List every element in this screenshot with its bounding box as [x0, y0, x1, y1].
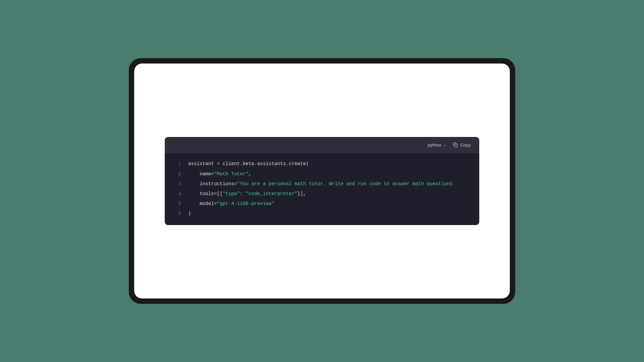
code-line: 3 instructions="You are a personal math …: [165, 179, 479, 189]
token-default: :: [240, 191, 246, 197]
device-screen: python ⌄ Copy 1assistant = client.beta.a…: [134, 64, 510, 298]
line-number: 4: [172, 190, 181, 198]
code-line: 6): [165, 209, 479, 219]
code-text: name="Math Tutor",: [188, 170, 251, 178]
copy-label: Copy: [460, 142, 471, 147]
token-default: instructions=: [188, 181, 237, 187]
code-line: 5 model="gpt-4-1106-preview": [165, 199, 479, 209]
copy-icon: [453, 143, 458, 147]
token-default: ): [188, 211, 191, 216]
code-block-header: python ⌄ Copy: [165, 137, 479, 153]
token-default: assistant = client.beta.assistants.creat…: [188, 161, 309, 167]
code-block-wrapper: python ⌄ Copy 1assistant = client.beta.a…: [165, 137, 479, 225]
token-default: ,: [249, 171, 252, 177]
language-label: python: [428, 142, 441, 147]
device-frame: python ⌄ Copy 1assistant = client.beta.a…: [129, 58, 515, 304]
token-string: "type": [223, 191, 240, 197]
token-default: }],: [297, 191, 306, 197]
code-line: 1assistant = client.beta.assistants.crea…: [165, 159, 479, 169]
code-line: 4 tools=[{"type": "code_interpreter"}],: [165, 189, 479, 199]
token-default: model=: [188, 201, 217, 206]
token-default: name=: [188, 171, 214, 177]
token-string: "You are a personal math tutor. Write an…: [237, 181, 453, 187]
line-number: 2: [172, 171, 181, 178]
language-selector[interactable]: python ⌄: [428, 142, 446, 147]
line-number: 5: [172, 200, 181, 208]
token-string: "gpt-4-1106-preview": [217, 201, 274, 206]
token-default: tools=[{: [188, 191, 223, 197]
svg-rect-0: [455, 144, 457, 147]
line-number: 1: [172, 160, 181, 168]
copy-button[interactable]: Copy: [451, 141, 473, 149]
token-string: "code_interpreter": [246, 191, 297, 197]
code-text: assistant = client.beta.assistants.creat…: [188, 160, 309, 168]
token-string: "Math Tutor": [214, 171, 248, 177]
code-text: model="gpt-4-1106-preview": [188, 200, 274, 208]
code-line: 2 name="Math Tutor",: [165, 169, 479, 179]
line-number: 3: [172, 180, 181, 188]
line-number: 6: [172, 210, 181, 218]
code-text: ): [188, 210, 191, 218]
code-text: tools=[{"type": "code_interpreter"}],: [188, 190, 306, 198]
chevron-down-icon: ⌄: [443, 143, 446, 147]
code-text: instructions="You are a personal math tu…: [188, 180, 453, 188]
code-content: 1assistant = client.beta.assistants.crea…: [165, 153, 479, 225]
